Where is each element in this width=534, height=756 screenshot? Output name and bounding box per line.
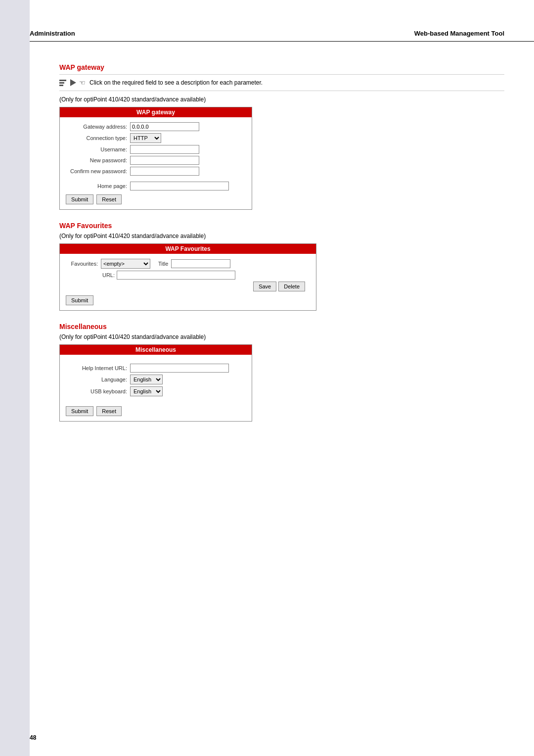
wap-favourites-panel: WAP Favourites Favourites: <empty> Title… [59,243,316,311]
confirm-password-input[interactable] [130,167,199,176]
title-label: Title [158,261,168,267]
language-select[interactable]: English German French [130,375,163,384]
language-label: Language: [66,377,130,382]
miscellaneous-panel: Miscellaneous Help Internet URL: Languag… [59,344,252,422]
connection-type-row: Connection type: HTTP HTTPS [66,133,246,143]
connection-type-label: Connection type: [66,135,130,141]
username-row: Username: [66,145,246,154]
wap-gateway-subtitle: (Only for optiPoint 410/420 standard/adv… [59,96,504,103]
usb-keyboard-label: USB keyboard: [66,388,130,394]
wap-gateway-submit-button[interactable]: Submit [66,194,93,204]
fav-save-button[interactable]: Save [253,282,276,291]
left-sidebar [0,0,30,756]
page-wrapper: Administration Web-based Management Tool… [0,0,534,756]
wap-favourites-subtitle: (Only for optiPoint 410/420 standard/adv… [59,233,504,239]
usb-keyboard-select[interactable]: English German French [130,386,163,396]
title-input[interactable] [171,259,230,268]
fav-save-row: Save Delete [66,282,305,291]
miscellaneous-subtitle: (Only for optiPoint 410/420 standard/adv… [59,333,504,340]
usb-keyboard-row: USB keyboard: English German French [66,386,246,396]
new-password-input[interactable] [130,156,199,165]
miscellaneous-title: Miscellaneous [59,323,504,331]
wap-favourites-panel-header: WAP Favourites [60,244,316,254]
gateway-address-label: Gateway address: [66,124,130,130]
favourites-label: Favourites: [66,261,98,267]
connection-type-select[interactable]: HTTP HTTPS [130,133,161,143]
wap-gateway-panel: WAP gateway Gateway address: Connection … [59,107,252,210]
home-page-input[interactable] [130,182,229,190]
arrow-icon [70,79,76,86]
wap-gateway-reset-button[interactable]: Reset [96,194,122,204]
new-password-label: New password: [66,157,130,163]
wap-favourites-title: WAP Favourites [59,222,504,230]
fav-submit-row: Submit [66,295,310,305]
new-password-row: New password: [66,156,246,165]
gateway-address-row: Gateway address: [66,122,246,131]
info-arrow-icon: ☜ [59,79,86,87]
confirm-password-label: Confirm new password: [66,168,130,174]
content-area: WAP gateway ☜ Click on the required fiel… [0,42,534,449]
help-internet-url-input[interactable] [130,364,229,373]
info-bar-text: Click on the required field to see a des… [89,79,263,86]
wap-favourites-panel-body: Favourites: <empty> Title URL: Save Dele… [60,254,316,310]
page-header: Administration Web-based Management Tool [0,0,534,42]
language-row: Language: English German French [66,375,246,384]
gateway-address-input[interactable] [130,122,199,131]
help-internet-url-row: Help Internet URL: [66,364,246,373]
header-left-label: Administration [30,30,75,37]
header-right-label: Web-based Management Tool [414,30,504,37]
wap-gateway-btn-row: Submit Reset [66,194,246,204]
misc-reset-button[interactable]: Reset [96,406,122,416]
username-input[interactable] [130,145,199,154]
url-input[interactable] [117,271,235,280]
url-label: URL: [101,272,115,278]
wap-gateway-panel-body: Gateway address: Connection type: HTTP H… [60,117,252,209]
misc-submit-button[interactable]: Submit [66,406,93,416]
wap-gateway-panel-header: WAP gateway [60,107,252,117]
misc-btn-row: Submit Reset [66,406,246,416]
hand-icon: ☜ [79,79,86,87]
home-page-row: Home page: [66,182,246,190]
favourites-row: Favourites: <empty> Title [66,259,310,269]
fav-submit-button[interactable]: Submit [66,295,93,305]
help-internet-url-label: Help Internet URL: [66,365,130,371]
url-row: URL: [101,271,310,280]
bars-icon [59,80,66,86]
miscellaneous-panel-header: Miscellaneous [60,345,252,355]
username-label: Username: [66,146,130,152]
miscellaneous-panel-body: Help Internet URL: Language: English Ger… [60,355,252,421]
home-page-label: Home page: [66,183,130,189]
confirm-password-row: Confirm new password: [66,167,246,176]
favourites-select[interactable]: <empty> [101,259,150,269]
info-bar: ☜ Click on the required field to see a d… [59,74,504,91]
wap-gateway-title: WAP gateway [59,63,504,71]
page-number: 48 [30,734,36,741]
fav-delete-button[interactable]: Delete [278,282,305,291]
